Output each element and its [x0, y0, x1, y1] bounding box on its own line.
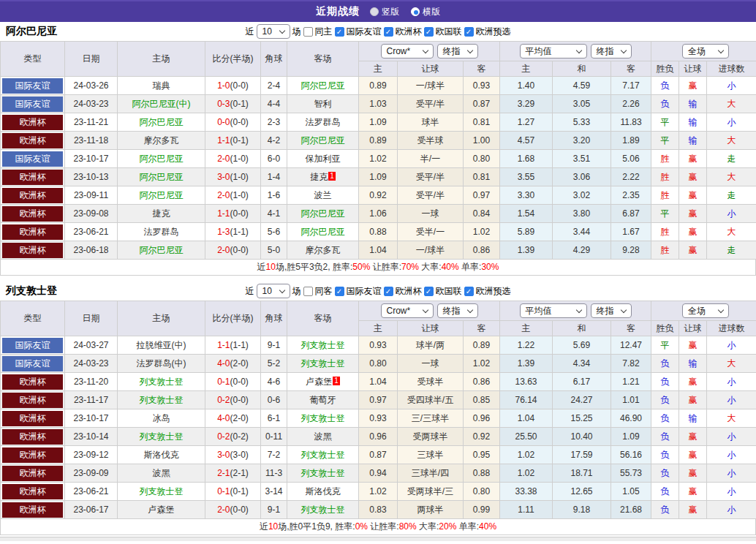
result-goals: 小 — [707, 446, 756, 464]
result-label: 小 — [727, 450, 736, 460]
odds-company-select[interactable]: Crow* — [381, 44, 434, 58]
avg-draw: 10.40 — [553, 428, 611, 446]
layout-option-horizontal[interactable]: 横版 — [411, 6, 440, 18]
result-label: 赢 — [689, 486, 698, 496]
chevron-down-icon — [466, 47, 472, 53]
match-type: 欧洲杯 — [1, 409, 65, 428]
result-label: 大 — [727, 172, 736, 182]
result-label: 小 — [727, 117, 736, 127]
match-row: 欧洲杯23-09-08捷克1-1(0-0)4-1阿尔巴尼亚1.06一球0.841… — [1, 205, 756, 223]
odds-header-cell: Crow* 终指 — [359, 301, 500, 321]
odds-handicap: 受半球 — [398, 132, 464, 150]
match-count-select[interactable]: 10 — [257, 24, 290, 39]
match-count-select[interactable]: 10 — [257, 284, 290, 298]
match-type-badge: 欧洲杯 — [2, 484, 63, 499]
subcol-avg-home: 主 — [500, 321, 553, 336]
league-checkbox[interactable]: ✓ — [424, 27, 434, 37]
league-checkbox[interactable]: ✓ — [335, 27, 344, 37]
league-checkbox[interactable]: ✓ — [384, 287, 393, 296]
avg-header-cell: 平均值 终指 — [500, 301, 651, 321]
league-checkbox[interactable]: ✓ — [424, 287, 434, 296]
corner-score: 4-2 — [261, 132, 287, 150]
avg-away: 11.83 — [611, 113, 651, 132]
corner-score: 0-6 — [261, 391, 287, 409]
result-label: 输 — [689, 413, 698, 423]
avg-home: 1.02 — [500, 464, 553, 483]
match-date: 23-06-21 — [65, 483, 118, 501]
team-label: 法罗群岛 — [144, 227, 179, 237]
match-type-badge: 国际友谊 — [2, 78, 63, 94]
odds-away: 0.96 — [464, 409, 500, 428]
result-outcome: 胜 — [651, 186, 679, 205]
home-team: 冰岛 — [118, 409, 205, 428]
full-time-score: 4-0 — [217, 358, 230, 369]
team-label: 波兰 — [314, 190, 332, 200]
radio-checked-icon[interactable] — [411, 7, 420, 16]
avg-select[interactable]: 平均值 — [520, 44, 587, 58]
avg-select[interactable]: 平均值 — [520, 303, 587, 318]
result-handicap: 赢 — [679, 373, 707, 391]
match-date: 24-03-23 — [65, 95, 118, 113]
avg-away: 5.06 — [611, 150, 651, 168]
league-label: 欧洲预选 — [476, 285, 511, 298]
half-time-score: (0-2) — [230, 431, 249, 442]
result-goals: 大 — [707, 132, 756, 150]
same-venue-checkbox[interactable] — [303, 27, 313, 37]
team-section-liechtenstein: 列支敦士登 近 10 场 同客 ✓ 国际友谊 ✓ 欧洲杯 ✓ 欧国联 ✓ 欧洲预… — [0, 282, 756, 535]
layout-option-vertical[interactable]: 竖版 — [370, 6, 399, 18]
team-label: 捷克 — [153, 208, 170, 219]
match-row: 欧洲杯23-10-14列支敦士登0-2(0-2)0-11波黑0.96受两球半0.… — [1, 428, 756, 446]
team-label: 葡萄牙 — [310, 395, 336, 405]
full-time-score: 0-2 — [217, 395, 230, 405]
match-type: 国际友谊 — [1, 95, 65, 113]
same-venue-checkbox[interactable] — [303, 287, 313, 296]
avg-home: 33.38 — [500, 483, 553, 501]
league-checkbox[interactable]: ✓ — [464, 27, 474, 37]
league-checkbox[interactable]: ✓ — [384, 27, 393, 37]
result-goals: 走 — [707, 241, 756, 260]
match-type-badge: 国际友谊 — [2, 151, 63, 167]
half-time-score: (0-1) — [230, 135, 249, 146]
avg-stage-select[interactable]: 终指 — [591, 303, 632, 318]
corner-score: 6-1 — [261, 409, 287, 428]
result-label: 赢 — [689, 190, 698, 200]
team-label: 瑞典 — [153, 80, 170, 91]
avg-away: 56.16 — [611, 446, 651, 464]
match-date: 23-10-14 — [65, 428, 118, 446]
result-label: 赢 — [689, 377, 698, 387]
chevron-down-icon — [575, 306, 581, 312]
scope-select[interactable]: 全场 — [682, 44, 729, 58]
result-goals: 小 — [707, 464, 756, 483]
avg-stage-select[interactable]: 终指 — [591, 44, 632, 58]
half-time-score: (1-0) — [230, 190, 249, 200]
league-checkbox[interactable]: ✓ — [335, 287, 344, 296]
league-checkbox[interactable]: ✓ — [464, 287, 474, 296]
odds-handicap: 一球 — [398, 205, 464, 223]
match-count-value: 10 — [262, 26, 272, 37]
avg-away: 55.73 — [611, 464, 651, 483]
match-score: 2-0(0-0) — [205, 501, 261, 519]
scope-value: 全场 — [688, 45, 706, 58]
odds-handicap: 三球半/四 — [398, 464, 464, 483]
team-label: 阿尔巴尼亚 — [140, 117, 184, 127]
summary-segment: 大率: — [417, 521, 439, 532]
radio-icon[interactable] — [370, 7, 379, 16]
full-time-score: 2-0 — [217, 245, 230, 255]
team-label: 阿尔巴尼亚 — [140, 190, 184, 200]
odds-stage-select[interactable]: 终指 — [437, 44, 478, 58]
result-label: 小 — [727, 395, 736, 405]
subcol-handicap: 让球 — [398, 61, 464, 77]
result-label: 负 — [661, 450, 670, 460]
odds-company-select[interactable]: Crow* — [381, 303, 434, 318]
away-team: 列支敦士登 — [287, 336, 359, 355]
match-type: 欧洲杯 — [1, 428, 65, 446]
odds-stage-select[interactable]: 终指 — [437, 303, 478, 318]
result-label: 负 — [661, 468, 670, 478]
result-label: 大 — [727, 227, 736, 237]
away-team: 卢森堡1 — [287, 373, 359, 391]
match-score: 1-0(0-0) — [205, 77, 261, 95]
result-label: 赢 — [689, 227, 698, 237]
red-card-badge: 1 — [333, 377, 340, 385]
scope-select[interactable]: 全场 — [682, 303, 729, 318]
result-label: 赢 — [689, 80, 698, 91]
